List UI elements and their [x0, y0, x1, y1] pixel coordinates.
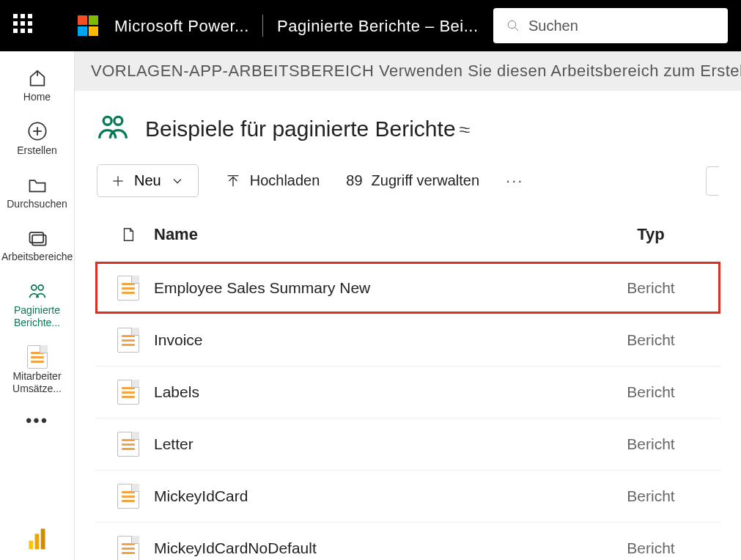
template-app-banner: VORLAGEN-APP-ARBEITSBEREICH Verwenden Si… — [75, 51, 741, 91]
nav-create-label: Erstellen — [1, 144, 73, 157]
nav-workspaces[interactable]: Arbeitsbereiche — [0, 218, 74, 270]
home-icon — [27, 67, 48, 88]
row-type: Bericht — [589, 383, 713, 401]
search-input[interactable]: Suchen — [493, 8, 728, 43]
app-launcher-icon[interactable] — [13, 14, 37, 37]
nav-browse[interactable]: Durchsuchen — [0, 166, 74, 218]
row-name: Invoice — [154, 331, 589, 349]
new-button[interactable]: Neu — [97, 164, 199, 197]
report-file-icon — [117, 432, 139, 457]
row-icon-cell — [103, 380, 154, 405]
nav-paginated-label: Paginierte Berichte... — [1, 304, 73, 329]
microsoft-logo-icon — [78, 15, 98, 36]
column-header-type[interactable]: Typ — [589, 225, 713, 244]
app-title-product: Microsoft Power... — [114, 17, 249, 35]
chevron-down-icon — [170, 174, 185, 188]
file-icon — [120, 225, 136, 244]
nav-paginated-reports[interactable]: Paginierte Berichte... — [0, 272, 74, 336]
nav-employee-label: Mitarbeiter Umsätze... — [1, 370, 73, 395]
table-row[interactable]: InvoiceBericht — [95, 314, 720, 366]
report-icon — [27, 345, 48, 369]
svg-line-1 — [515, 27, 518, 31]
svg-point-0 — [508, 21, 516, 29]
title-divider-icon — [262, 15, 263, 37]
svg-point-7 — [31, 285, 36, 290]
row-type: Bericht — [589, 435, 713, 453]
access-label: Zugriff verwalten — [372, 172, 479, 189]
nav-more[interactable]: ••• — [0, 403, 74, 438]
row-name: MickeyIdCardNoDefault — [154, 539, 589, 557]
row-type: Bericht — [589, 539, 713, 557]
ellipsis-icon: ••• — [1, 410, 73, 431]
app-title: Microsoft Power... Paginierte Berichte –… — [114, 15, 479, 37]
workspace-toolbar: Neu Hochladen 89 Zugriff verwalten ··· — [75, 157, 741, 212]
nav-home[interactable]: Home — [0, 59, 74, 111]
toolbar-more-button[interactable]: ··· — [506, 172, 523, 191]
row-name: Labels — [154, 383, 589, 401]
row-name: Employee Sales Summary New — [154, 279, 589, 297]
table-row[interactable]: LetterBericht — [95, 418, 720, 470]
row-icon-cell — [103, 276, 154, 301]
report-file-icon — [117, 276, 139, 301]
row-type: Bericht — [589, 279, 713, 297]
report-file-icon — [117, 380, 139, 405]
search-icon — [506, 19, 520, 32]
report-file-icon — [117, 536, 139, 560]
column-header-icon[interactable] — [103, 225, 154, 244]
folder-icon — [27, 174, 48, 195]
upload-label: Hochladen — [250, 172, 320, 189]
row-name: MickeyIdCard — [154, 487, 589, 505]
manage-access-button[interactable]: 89 Zugriff verwalten — [346, 172, 479, 189]
row-type: Bericht — [589, 487, 713, 505]
column-header-name[interactable]: Name — [154, 225, 589, 244]
row-icon-cell — [103, 432, 154, 457]
nav-browse-label: Durchsuchen — [1, 198, 73, 210]
table-row[interactable]: Employee Sales Summary NewBericht — [95, 262, 720, 314]
svg-rect-11 — [40, 529, 45, 550]
workspace-header: Beispiele für paginierte Berichte — [75, 91, 741, 157]
row-icon-cell — [103, 328, 154, 353]
row-icon-cell — [103, 484, 154, 509]
left-nav: Home Erstellen Durchsuchen Arbeitsbereic… — [0, 51, 75, 560]
nav-create[interactable]: Erstellen — [0, 112, 74, 164]
svg-rect-9 — [29, 541, 33, 550]
row-icon-cell — [103, 536, 154, 560]
row-type: Bericht — [589, 331, 713, 349]
upload-icon — [225, 173, 241, 189]
view-toggle-button[interactable] — [706, 166, 719, 196]
table-row[interactable]: LabelsBericht — [95, 366, 720, 418]
workspaces-icon — [27, 227, 48, 248]
plus-circle-icon — [27, 121, 48, 141]
workspace-icon — [97, 111, 129, 147]
app-title-page: Paginierte Berichte – Bei... — [277, 17, 478, 35]
svg-point-8 — [38, 285, 43, 290]
workspace-settings-icon[interactable] — [462, 117, 472, 141]
nav-home-label: Home — [1, 91, 73, 103]
svg-point-12 — [103, 117, 111, 125]
reports-table: Name Typ Employee Sales Summary NewBeric… — [75, 212, 741, 560]
power-bi-logo-icon[interactable] — [27, 527, 48, 551]
search-placeholder: Suchen — [528, 18, 578, 34]
report-file-icon — [117, 328, 139, 353]
main-content: VORLAGEN-APP-ARBEITSBEREICH Verwenden Si… — [75, 51, 741, 560]
people-icon — [27, 281, 48, 301]
upload-button[interactable]: Hochladen — [225, 172, 320, 189]
new-button-label: Neu — [134, 172, 161, 189]
row-name: Letter — [154, 435, 589, 453]
nav-employee-sales[interactable]: Mitarbeiter Umsätze... — [0, 338, 74, 402]
report-file-icon — [117, 484, 139, 509]
workspace-title-text: Beispiele für paginierte Berichte — [145, 117, 456, 141]
plus-icon — [111, 174, 125, 188]
table-row[interactable]: MickeyIdCardNoDefaultBericht — [95, 522, 720, 560]
workspace-title: Beispiele für paginierte Berichte — [145, 117, 472, 141]
table-row[interactable]: MickeyIdCardBericht — [95, 470, 720, 522]
table-header-row: Name Typ — [95, 212, 720, 262]
top-header: Microsoft Power... Paginierte Berichte –… — [0, 0, 741, 51]
access-prefix: 89 — [346, 172, 362, 189]
svg-rect-10 — [34, 534, 39, 550]
nav-workspaces-label: Arbeitsbereiche — [1, 251, 73, 263]
svg-point-13 — [114, 117, 122, 125]
